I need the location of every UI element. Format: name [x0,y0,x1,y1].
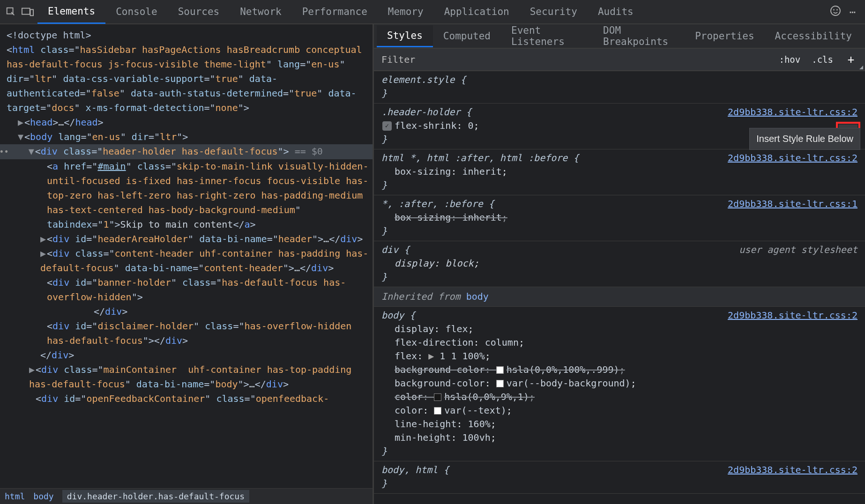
rule-source-link[interactable]: 2d9bb338.site-ltr.css:1 [728,197,858,211]
style-rule[interactable]: 2d9bb338.site-ltr.css:2body {display: fl… [374,307,865,461]
subtab-styles[interactable]: Styles [377,25,433,47]
feedback-icon[interactable] [830,5,841,19]
cls-toggle[interactable]: .cls [812,54,833,65]
main-split: <!doctype html> <html class="hasSidebar … [0,24,865,504]
style-rule[interactable]: 2d9bb338.site-ltr.css:2html *, html :aft… [374,149,865,195]
div-close-1[interactable]: </div> [0,348,373,363]
tab-elements[interactable]: Elements [37,0,105,24]
body-open[interactable]: ▼<body lang="en-us" dir="ltr"> [0,130,373,144]
devtools-tab-bar: ElementsConsoleSourcesNetworkPerformance… [0,0,865,24]
style-property[interactable]: flex: ▶ 1 1 100%; [381,349,858,363]
svg-point-4 [834,9,834,10]
svg-rect-2 [30,9,34,15]
crumb-selected[interactable]: div.header-holder.has-default-focus [62,490,249,503]
rule-source-link[interactable]: 2d9bb338.site-ltr.css:2 [728,463,858,477]
style-property[interactable]: display: flex; [381,322,858,336]
device-toolbar-icon[interactable] [21,5,35,19]
style-property[interactable]: color: var(--text); [381,404,858,417]
tab-security[interactable]: Security [520,0,588,23]
rule-source-link[interactable]: 2d9bb338.site-ltr.css:2 [728,105,858,119]
style-property[interactable]: background-color: hsla(0,0%,100%,.999); [381,363,858,377]
style-property[interactable]: box-sizing: inherit; [381,165,858,178]
subtab-dom-breakpoints[interactable]: DOM Breakpoints [593,20,685,52]
style-rule[interactable]: 2d9bb338.site-ltr.css:2body, html {} [374,461,865,494]
svg-point-5 [837,9,837,10]
style-rule[interactable]: user agent stylesheetdiv {display: block… [374,241,865,287]
insert-rule-tooltip: Insert Style Rule Below [749,128,860,150]
style-property[interactable]: flex-direction: column; [381,336,858,349]
style-property[interactable]: min-height: 100vh; [381,431,858,445]
subtab-event-listeners[interactable]: Event Listeners [501,20,593,52]
rule-source-link[interactable]: 2d9bb338.site-ltr.css:2 [728,151,858,165]
new-rule-icon[interactable]: + [844,53,858,66]
style-rules: element.style {}2d9bb338.site-ltr.css:2.… [374,71,865,504]
style-rule[interactable]: element.style {} [374,71,865,104]
tab-application[interactable]: Application [434,0,520,23]
styles-panel: StylesComputedEvent ListenersDOM Breakpo… [373,24,865,504]
crumb-body[interactable]: body [33,491,53,501]
tab-sources[interactable]: Sources [168,0,230,23]
tab-performance[interactable]: Performance [292,0,378,23]
banner-close-node[interactable]: </div> [0,304,373,319]
style-property[interactable]: display: block; [381,257,858,270]
svg-rect-1 [22,8,30,15]
tab-network[interactable]: Network [230,0,292,23]
a-node[interactable]: <a href="#main" class="skip-to-main-link… [0,159,373,232]
crumb-html[interactable]: html [5,491,25,501]
main-container-node[interactable]: ▶<div class="mainContainer uhf-container… [0,363,373,392]
style-rule[interactable]: 2d9bb338.site-ltr.css:2.header-holder {✓… [374,104,865,149]
styles-tab-bar: StylesComputedEvent ListenersDOM Breakpo… [374,24,865,49]
disclaimer-node[interactable]: <div id="disclaimer-holder" class="has-o… [0,319,373,348]
style-property[interactable]: color: hsla(0,0%,9%,1); [381,390,858,404]
tab-console[interactable]: Console [105,0,168,23]
tab-memory[interactable]: Memory [378,0,434,23]
html-open[interactable]: <html class="hasSidebar hasPageActions h… [0,43,373,115]
style-property[interactable]: background-color: var(--body-background)… [381,377,858,390]
inherited-from-bar: Inherited from body [374,287,865,307]
content-header-node[interactable]: ▶<div class="content-header uhf-containe… [0,246,373,275]
breadcrumb-bar: html body div.header-holder.has-default-… [0,488,373,504]
style-rule[interactable]: 2d9bb338.site-ltr.css:1*, :after, :befor… [374,195,865,241]
subtab-properties[interactable]: Properties [685,26,764,46]
subtab-computed[interactable]: Computed [433,26,501,46]
inspect-icon[interactable] [4,5,18,19]
feedback-node[interactable]: <div id="openFeedbackContainer" class="o… [0,392,373,406]
tab-audits[interactable]: Audits [588,0,644,23]
styles-filter-row: :hov .cls + [374,49,865,71]
doctype-node[interactable]: <!doctype html> [7,30,91,41]
prop-checkbox[interactable]: ✓ [382,121,392,131]
rule-source-link[interactable]: 2d9bb338.site-ltr.css:2 [728,309,858,322]
more-menu-icon[interactable]: ⋯ [850,6,856,18]
head-node[interactable]: ▶<head>…</head> [0,115,373,130]
styles-filter-input[interactable] [381,54,779,65]
elements-panel: <!doctype html> <html class="hasSidebar … [0,24,373,504]
style-property[interactable]: box-sizing: inherit; [381,211,858,224]
header-area-node[interactable]: ▶<div id="headerAreaHolder" data-bi-name… [0,232,373,246]
selected-node[interactable]: •••▼<div class="header-holder has-defaul… [0,144,373,159]
svg-point-3 [831,6,840,15]
hov-toggle[interactable]: :hov [779,54,800,65]
rule-source-link: user agent stylesheet [739,243,858,257]
dom-tree[interactable]: <!doctype html> <html class="hasSidebar … [0,24,373,488]
style-property[interactable]: line-height: 160%; [381,417,858,431]
banner-open-node[interactable]: <div id="banner-holder" class="has-defau… [0,275,373,304]
subtab-accessibility[interactable]: Accessibility [765,26,862,46]
rule-selector[interactable]: element.style { [381,73,858,87]
resize-corner-icon [859,66,863,69]
